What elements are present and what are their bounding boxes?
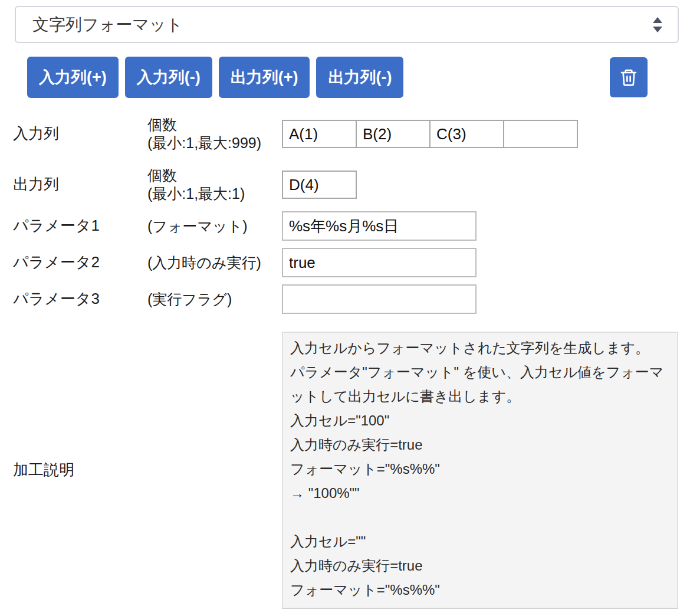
description-row: 加工説明 入力セルからフォーマットされた文字列を生成します。 パラメータ"フォー…: [13, 332, 690, 609]
param3-hint: (実行フラグ): [147, 290, 282, 309]
toolbar: 入力列(+) 入力列(-) 出力列(+) 出力列(-): [27, 57, 690, 98]
input-columns-label: 入力列: [13, 124, 147, 143]
output-columns-hint: 個数 (最小:1,最大:1): [147, 166, 282, 203]
input-columns-hint: 個数 (最小:1,最大:999): [147, 116, 282, 152]
description-textarea[interactable]: 入力セルからフォーマットされた文字列を生成します。 パラメータ"フォーマット" …: [282, 332, 678, 609]
output-columns-hint-line2: (最小:1,最大:1): [147, 185, 282, 203]
output-col-remove-button[interactable]: 出力列(-): [316, 57, 403, 98]
param2-hint: (入力時のみ実行): [147, 254, 282, 272]
output-columns-row: 出力列 個数 (最小:1,最大:1): [13, 166, 690, 203]
input-col-cell-3[interactable]: [429, 120, 504, 148]
trash-icon: [619, 67, 638, 87]
format-form: 入力列 個数 (最小:1,最大:999) 出力列 個数 (最小:1,最大:1) …: [0, 116, 690, 609]
input-columns-hint-line1: 個数: [147, 116, 282, 134]
output-columns-cells: [282, 171, 690, 199]
input-col-add-button[interactable]: 入力列(+): [27, 57, 119, 98]
param1-input[interactable]: [282, 211, 477, 241]
description-label: 加工説明: [13, 461, 147, 479]
param2-label: パラメータ2: [13, 253, 147, 271]
output-col-cell-1[interactable]: [282, 171, 357, 199]
input-columns-row: 入力列 個数 (最小:1,最大:999): [13, 116, 690, 152]
input-col-cell-1[interactable]: [282, 120, 357, 148]
input-col-cell-2[interactable]: [356, 120, 431, 148]
param1-hint: (フォーマット): [147, 217, 282, 235]
param1-row: パラメータ1 (フォーマット): [13, 211, 690, 241]
param3-label: パラメータ3: [13, 290, 147, 308]
output-col-add-button[interactable]: 出力列(+): [219, 57, 310, 98]
param1-label: パラメータ1: [13, 217, 147, 235]
param3-row: パラメータ3 (実行フラグ): [13, 284, 690, 314]
param2-input[interactable]: [282, 248, 477, 277]
format-type-select[interactable]: 文字列フォーマット: [15, 6, 679, 43]
output-columns-hint-line1: 個数: [147, 166, 282, 185]
input-col-remove-button[interactable]: 入力列(-): [125, 57, 212, 98]
delete-button[interactable]: [610, 57, 648, 97]
output-columns-label: 出力列: [13, 175, 147, 194]
param3-input[interactable]: [282, 284, 477, 314]
input-columns-cells: [282, 120, 690, 148]
input-columns-hint-line2: (最小:1,最大:999): [147, 134, 282, 152]
format-type-select-wrap: 文字列フォーマット: [15, 6, 679, 43]
input-col-cell-4[interactable]: [503, 120, 578, 148]
param2-row: パラメータ2 (入力時のみ実行): [13, 248, 690, 277]
